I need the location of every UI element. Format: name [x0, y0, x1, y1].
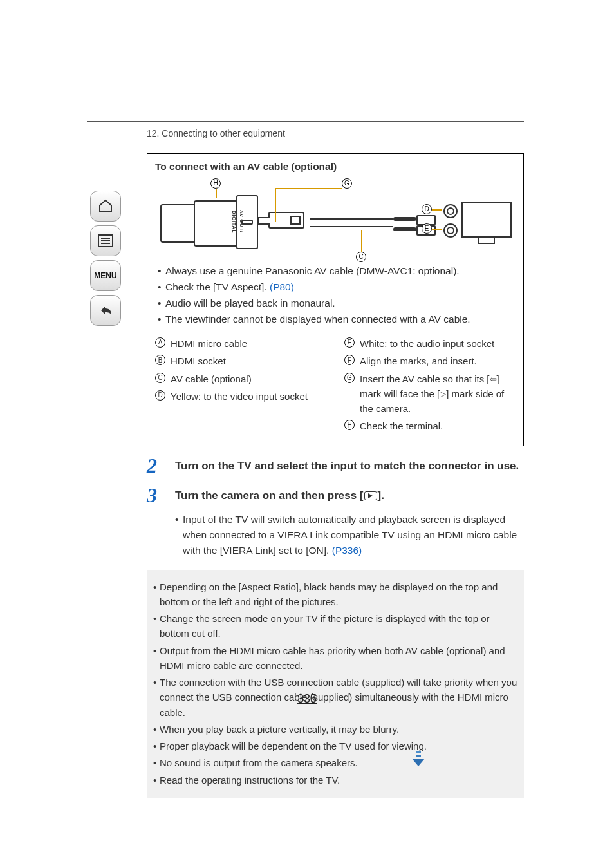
step-title: Turn the camera on and then press []. — [175, 487, 384, 504]
tv-illustration — [443, 202, 512, 248]
legend-g: Insert the AV cable so that its [⇦] mark… — [360, 372, 516, 417]
av-connector-illustration — [268, 212, 304, 229]
callout-h: H — [210, 178, 221, 189]
sub-bullet-item: Input of the TV will switch automaticall… — [175, 512, 524, 558]
home-icon — [98, 198, 113, 214]
step-3: 3 Turn the camera on and then press []. — [147, 485, 524, 505]
step-number: 2 — [147, 455, 175, 476]
contents-icon — [98, 234, 113, 247]
legend-h: Check the terminal. — [360, 419, 516, 433]
chapter-title: Connecting to other equipment — [162, 128, 284, 138]
playback-icon — [364, 491, 377, 500]
arrow-left-icon: ⇦ — [490, 373, 497, 386]
nav-contents-button[interactable] — [90, 225, 121, 256]
continue-down-icon — [409, 750, 427, 768]
legend-f: Align the marks, and insert. — [360, 354, 516, 368]
step-2: 2 Turn on the TV and select the input to… — [147, 455, 524, 476]
nav-home-button[interactable] — [90, 191, 121, 222]
step-3-sub: Input of the TV will switch automaticall… — [175, 512, 524, 558]
step-title: Turn on the TV and select the input to m… — [175, 458, 519, 475]
link-p80[interactable]: (P80) — [270, 281, 294, 292]
nav-back-button[interactable] — [90, 295, 121, 326]
sidebar: MENU — [90, 191, 125, 326]
menu-label: MENU — [94, 270, 116, 282]
legend-c: AV cable (optional) — [171, 372, 326, 386]
chapter-number: 12. — [147, 128, 159, 138]
page-number[interactable]: 335 — [0, 690, 614, 708]
connection-diagram: AV OUT/ DIGITAL H G C — [155, 178, 516, 262]
note-item: Change the screen mode on your TV if the… — [153, 611, 517, 641]
note-item: When you play back a picture vertically,… — [153, 722, 517, 737]
legend: AHDMI micro cable BHDMI socket CAV cable… — [155, 334, 516, 437]
card-title: To connect with an AV cable (optional) — [155, 159, 516, 175]
note-item: Depending on the [Aspect Ratio], black b… — [153, 580, 517, 610]
av-cable-card: To connect with an AV cable (optional) A… — [147, 153, 524, 446]
bullet-item: Audio will be played back in monaural. — [158, 296, 516, 311]
link-p336[interactable]: (P336) — [332, 545, 362, 556]
callout-c: C — [356, 252, 366, 262]
breadcrumb: 12. Connecting to other equipment — [147, 127, 285, 141]
bullet-item: The viewfinder cannot be displayed when … — [158, 312, 516, 327]
callout-g: G — [342, 178, 352, 189]
note-item: Read the operating instructions for the … — [153, 773, 517, 788]
arrow-right-icon: ▷ — [440, 388, 446, 401]
port-label: AV OUT/ DIGITAL — [237, 199, 245, 244]
card-bullets: Always use a genuine Panasonic AV cable … — [155, 263, 516, 327]
step-number: 3 — [147, 485, 175, 505]
notes-box: Depending on the [Aspect Ratio], black b… — [147, 570, 524, 798]
legend-d: Yellow: to the video input socket — [171, 389, 326, 404]
callout-e: E — [422, 223, 432, 234]
legend-b: HDMI socket — [171, 354, 326, 368]
svg-rect-4 — [416, 751, 421, 753]
back-arrow-icon — [97, 303, 114, 317]
nav-menu-button[interactable]: MENU — [90, 260, 121, 291]
svg-rect-5 — [416, 755, 421, 757]
note-item: Output from the HDMI micro cable has pri… — [153, 643, 517, 674]
legend-a: HDMI micro cable — [171, 336, 326, 351]
note-item: Proper playback will be dependent on the… — [153, 739, 517, 753]
legend-e: White: to the audio input socket — [360, 336, 516, 351]
note-item: No sound is output from the camera speak… — [153, 755, 517, 770]
bullet-item: Check the [TV Aspect]. (P80) — [158, 279, 516, 295]
callout-d: D — [422, 204, 432, 214]
camera-illustration: AV OUT/ DIGITAL — [162, 196, 258, 253]
bullet-item: Always use a genuine Panasonic AV cable … — [158, 263, 516, 279]
top-horizontal-rule — [87, 121, 524, 122]
